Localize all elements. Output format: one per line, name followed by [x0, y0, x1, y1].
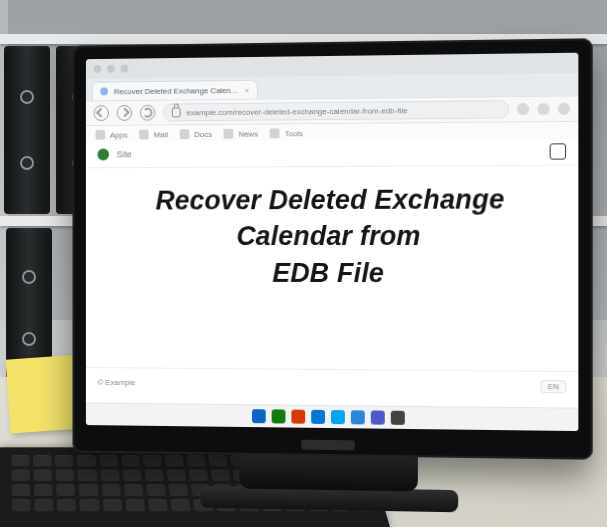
site-logo-icon[interactable] — [97, 149, 109, 161]
scene-root: Recover Deleted Exchange Calen… × exampl… — [0, 0, 607, 527]
os-taskbar — [86, 402, 578, 431]
taskbar-app-icon[interactable] — [252, 409, 266, 423]
binder — [4, 46, 50, 214]
browser-toolbar: example.com/recover-deleted-exchange-cal… — [86, 95, 578, 126]
binder-ring-icon — [20, 90, 34, 104]
taskbar-app-icon[interactable] — [291, 410, 305, 424]
window-control-icon[interactable] — [94, 65, 102, 73]
bookmark-item[interactable]: Tools — [270, 128, 303, 138]
lock-icon — [172, 107, 181, 117]
monitor-stand — [200, 486, 458, 512]
taskbar-app-icon[interactable] — [272, 409, 286, 423]
page-headline: Recover Deleted Exchange Calendar from E… — [86, 181, 578, 292]
page-action-icon[interactable] — [550, 143, 566, 159]
bookmark-icon — [96, 130, 106, 140]
taskbar-app-icon[interactable] — [331, 410, 345, 424]
address-bar[interactable]: example.com/recover-deleted-exchange-cal… — [163, 100, 509, 121]
bookmark-item[interactable]: News — [224, 129, 258, 139]
favicon-icon — [100, 87, 108, 95]
forward-icon[interactable] — [117, 105, 132, 121]
bookmark-icon — [180, 129, 190, 139]
url-text: example.com/recover-deleted-exchange-cal… — [186, 106, 407, 117]
page-header: Site — [86, 138, 578, 168]
bookmark-label: Docs — [194, 129, 212, 138]
page-footer: © Example EN — [86, 367, 578, 401]
tab-title: Recover Deleted Exchange Calen… — [114, 86, 239, 96]
close-icon[interactable]: × — [245, 85, 250, 94]
reload-icon[interactable] — [140, 105, 155, 121]
window-control-icon[interactable] — [107, 65, 115, 73]
bookmark-label: News — [238, 129, 258, 138]
bookmark-item[interactable]: Mail — [139, 129, 168, 139]
browser-tab[interactable]: Recover Deleted Exchange Calen… × — [92, 80, 258, 101]
taskbar-app-icon[interactable] — [311, 410, 325, 424]
bookmark-item[interactable]: Docs — [180, 129, 212, 139]
menu-icon[interactable] — [558, 103, 570, 115]
bookmark-icon — [224, 129, 234, 139]
webpage-body: Site Recover Deleted Exchange Calendar f… — [86, 138, 578, 431]
taskbar-app-icon[interactable] — [371, 410, 385, 424]
bookmark-item[interactable]: Apps — [96, 130, 128, 140]
bookmark-label: Tools — [285, 129, 303, 138]
bookmark-label: Apps — [110, 130, 128, 139]
bookmark-label: Mail — [154, 130, 168, 139]
bookmark-icon — [270, 128, 280, 138]
extension-icon[interactable] — [517, 103, 529, 115]
headline-line: Recover Deleted Exchange — [86, 181, 578, 219]
screen: Recover Deleted Exchange Calen… × exampl… — [86, 53, 578, 431]
headline-line: EDB File — [86, 255, 578, 292]
site-name: Site — [117, 149, 132, 159]
headline-line: Calendar from — [86, 218, 578, 255]
monitor: Recover Deleted Exchange Calen… × exampl… — [72, 38, 592, 459]
binder-ring-icon — [20, 156, 34, 170]
profile-icon[interactable] — [537, 103, 549, 115]
monitor-brand-icon — [301, 440, 355, 451]
taskbar-app-icon[interactable] — [351, 410, 365, 424]
binder-ring-icon — [22, 270, 36, 284]
footer-badge: EN — [540, 379, 566, 392]
binder-ring-icon — [22, 332, 36, 346]
back-icon[interactable] — [94, 105, 109, 121]
footer-text: © Example — [97, 377, 135, 386]
bookmark-icon — [139, 129, 149, 139]
taskbar-app-icon[interactable] — [391, 411, 405, 425]
window-control-icon[interactable] — [121, 65, 129, 73]
